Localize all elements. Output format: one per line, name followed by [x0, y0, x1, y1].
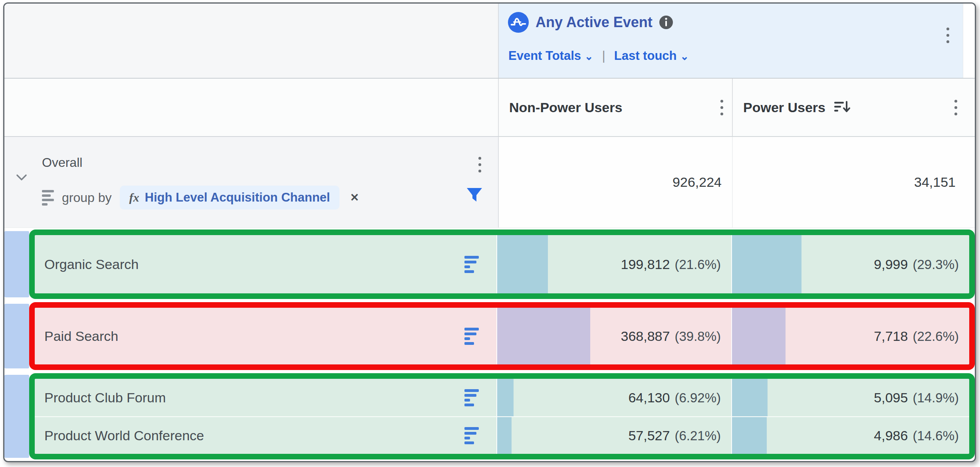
- amplitude-event-icon: [508, 12, 529, 33]
- magnitude-bar: [732, 235, 801, 293]
- table-body: Organic Search 199,812(21.6%) 9,999(29.3…: [4, 228, 975, 459]
- value-cell: 199,812(21.6%): [497, 235, 732, 293]
- event-title-line: Any Active Event: [508, 12, 673, 33]
- event-title: Any Active Event: [536, 14, 653, 31]
- magnitude-bar: [497, 235, 548, 293]
- group-by-line: group by fx High Level Acquisition Chann…: [42, 186, 359, 210]
- overall-label: Overall: [42, 155, 82, 170]
- overall-value: 34,151: [914, 174, 956, 190]
- group-by-icon: [42, 190, 54, 206]
- screenshot-stage: Any Active Event Event Totals ⌄ | Last t…: [0, 0, 980, 467]
- breakdown-chart-icon[interactable]: [464, 427, 479, 444]
- breakdown-chart-icon[interactable]: [464, 328, 479, 345]
- cell-value: 64,130: [628, 390, 670, 406]
- remove-group-by-icon[interactable]: ✕: [347, 191, 359, 204]
- breakdown-chart-icon[interactable]: [464, 256, 479, 273]
- table-row: Product World Conference 57,527(6.21%) 4…: [35, 416, 969, 454]
- cell-value: 4,986: [874, 428, 908, 443]
- event-header-cell: Any Active Event Event Totals ⌄ | Last t…: [499, 4, 963, 78]
- annotated-section-organic: Organic Search 199,812(21.6%) 9,999(29.3…: [4, 230, 975, 299]
- cell-percent: (21.6%): [674, 257, 721, 272]
- magnitude-bar: [732, 379, 768, 416]
- cell-percent: (14.6%): [913, 428, 959, 443]
- row-label-cell: Product World Conference: [35, 417, 497, 454]
- cell-percent: (29.3%): [913, 257, 959, 272]
- column-label: Non-Power Users: [509, 100, 622, 115]
- cell-percent: (6.21%): [674, 428, 721, 443]
- sort-descending-icon[interactable]: [833, 99, 851, 115]
- row-label-cell: Paid Search: [35, 308, 497, 364]
- group-by-property-chip[interactable]: fx High Level Acquisition Channel: [120, 186, 340, 210]
- column-kebab-menu-icon[interactable]: [954, 100, 957, 115]
- magnitude-bar: [497, 308, 590, 364]
- overall-row: Overall group by fx High Level Acquisiti…: [4, 137, 975, 228]
- row-color-strip: [4, 304, 29, 368]
- red-annotation-box: Paid Search 368,887(39.8%) 7,718(22.6%): [29, 302, 975, 370]
- table-row: Product Club Forum 64,130(6.92%) 5,095(1…: [35, 379, 969, 416]
- value-cell: 7,718(22.6%): [732, 308, 969, 364]
- dropdown-separator: |: [599, 48, 608, 63]
- cell-value: 57,527: [628, 428, 670, 443]
- event-settings-line: Event Totals ⌄ | Last touch ⌄: [508, 48, 689, 63]
- row-color-strip: [4, 231, 29, 297]
- cell-value: 199,812: [621, 257, 670, 272]
- table-row: Organic Search 199,812(21.6%) 9,999(29.3…: [35, 235, 969, 293]
- chevron-down-icon: ⌄: [680, 50, 689, 62]
- overall-value-cell-power: 34,151: [733, 137, 975, 228]
- row-label: Product Club Forum: [44, 390, 166, 406]
- group-by-property-name: High Level Acquisition Channel: [145, 190, 330, 205]
- cell-percent: (14.9%): [913, 390, 959, 406]
- value-cell: 64,130(6.92%): [497, 379, 732, 416]
- group-by-label: group by: [62, 190, 112, 205]
- formula-fx-icon: fx: [129, 191, 139, 204]
- row-color-strip: [4, 375, 29, 458]
- chevron-down-icon: ⌄: [585, 50, 593, 62]
- magnitude-bar: [497, 379, 514, 416]
- cell-percent: (6.92%): [674, 390, 721, 406]
- scrollbar-gutter: [963, 4, 975, 78]
- table-row: Paid Search 368,887(39.8%) 7,718(22.6%): [35, 308, 969, 364]
- data-table-card: Any Active Event Event Totals ⌄ | Last t…: [3, 2, 976, 462]
- cell-percent: (22.6%): [913, 329, 959, 344]
- breakdown-chart-icon[interactable]: [464, 389, 479, 406]
- info-icon[interactable]: [659, 15, 673, 30]
- cell-percent: (39.8%): [674, 329, 721, 344]
- value-cell: 368,887(39.8%): [497, 308, 732, 364]
- cell-value: 7,718: [874, 328, 908, 344]
- collapse-chevron-icon[interactable]: [16, 174, 28, 182]
- overall-value: 926,224: [673, 174, 722, 190]
- value-cell: 4,986(14.6%): [732, 417, 969, 454]
- row-label-cell: Product Club Forum: [35, 379, 497, 416]
- filter-funnel-icon[interactable]: [466, 187, 483, 204]
- column-header-non-power-users[interactable]: Non-Power Users: [499, 79, 733, 136]
- column-header-power-users[interactable]: Power Users: [733, 79, 975, 136]
- event-kebab-menu-icon[interactable]: [946, 28, 949, 43]
- cell-value: 368,887: [621, 328, 670, 344]
- magnitude-bar: [497, 417, 512, 454]
- value-cell: 5,095(14.9%): [732, 379, 969, 416]
- event-header-row: Any Active Event Event Totals ⌄ | Last t…: [4, 4, 975, 79]
- value-cell: 9,999(29.3%): [732, 235, 969, 293]
- row-label-header-cell: [4, 79, 499, 136]
- row-label: Organic Search: [44, 257, 139, 272]
- cell-value: 5,095: [874, 390, 908, 406]
- column-header-row: Non-Power Users Power Users: [4, 79, 975, 137]
- annotated-section-product: Product Club Forum 64,130(6.92%) 5,095(1…: [4, 373, 975, 459]
- row-label-cell: Organic Search: [35, 235, 497, 293]
- top-left-empty-cell: [4, 4, 499, 78]
- row-label: Product World Conference: [44, 428, 204, 443]
- overall-value-cell-non-power: 926,224: [499, 137, 733, 228]
- annotated-section-paid: Paid Search 368,887(39.8%) 7,718(22.6%): [4, 302, 975, 370]
- overall-kebab-menu-icon[interactable]: [478, 157, 481, 172]
- row-label: Paid Search: [44, 328, 118, 344]
- magnitude-bar: [732, 308, 786, 364]
- value-cell: 57,527(6.21%): [497, 417, 732, 454]
- green-annotation-box: Organic Search 199,812(21.6%) 9,999(29.3…: [29, 230, 975, 299]
- green-annotation-box: Product Club Forum 64,130(6.92%) 5,095(1…: [29, 373, 975, 459]
- attribution-dropdown[interactable]: Last touch ⌄: [614, 49, 689, 63]
- overall-label-cell: Overall group by fx High Level Acquisiti…: [4, 137, 499, 228]
- column-label: Power Users: [743, 100, 825, 115]
- column-kebab-menu-icon[interactable]: [720, 100, 723, 115]
- cell-value: 9,999: [874, 257, 908, 272]
- measure-dropdown[interactable]: Event Totals ⌄: [508, 49, 593, 63]
